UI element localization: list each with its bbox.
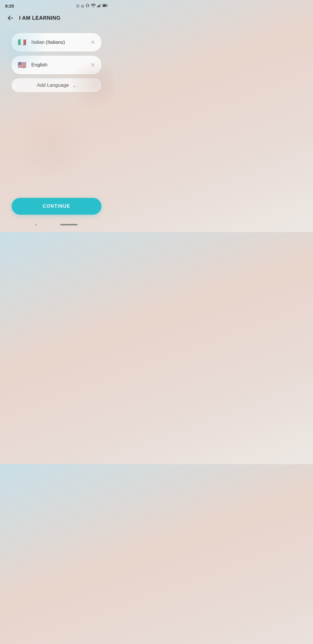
- italian-language-row[interactable]: 🇮🇹 Italian (Italiano) ✕: [12, 33, 101, 52]
- english-flag: 🇺🇸: [17, 60, 27, 70]
- status-bar: 8:25 ⊡ ◎: [0, 0, 113, 10]
- bg-orb-3: [14, 110, 87, 183]
- svg-rect-6: [100, 4, 101, 7]
- bottom-navigation: ‹: [0, 217, 113, 232]
- page-title: I AM LEARNING: [19, 15, 61, 21]
- continue-button[interactable]: CONTINUE: [12, 198, 101, 215]
- vibrate-icon: [85, 3, 90, 8]
- remove-italian-button[interactable]: ✕: [89, 39, 96, 46]
- remove-english-button[interactable]: ✕: [89, 61, 96, 68]
- svg-rect-3: [97, 6, 98, 7]
- add-language-label: Add Language: [37, 82, 69, 88]
- back-button[interactable]: [6, 13, 15, 23]
- header: I AM LEARNING: [0, 10, 113, 27]
- svg-rect-2: [89, 5, 89, 6]
- chevron-down-icon: ⌄: [72, 83, 76, 88]
- status-icons: ⊡ ◎: [76, 3, 108, 8]
- nav-back-button[interactable]: ‹: [35, 222, 37, 227]
- italian-language-name: Italian (Italiano): [31, 39, 85, 45]
- svg-rect-0: [87, 4, 88, 7]
- continue-label: CONTINUE: [43, 204, 70, 209]
- english-language-name: English: [31, 62, 85, 68]
- italian-flag: 🇮🇹: [17, 37, 27, 48]
- svg-rect-8: [103, 5, 106, 6]
- wifi-icon: [91, 4, 96, 8]
- home-pill[interactable]: [60, 224, 78, 225]
- battery-icon: [103, 4, 108, 8]
- svg-rect-1: [86, 5, 86, 6]
- english-language-row[interactable]: 🇺🇸 English ✕: [12, 56, 101, 74]
- svg-rect-4: [98, 5, 99, 7]
- add-language-button[interactable]: Add Language ⌄: [12, 78, 101, 92]
- status-time: 8:25: [5, 3, 14, 8]
- vpn-icon: ◎: [81, 4, 84, 8]
- svg-rect-5: [99, 5, 100, 7]
- signal-icon: [97, 4, 101, 8]
- screenshot-icon: ⊡: [76, 4, 79, 8]
- language-list: 🇮🇹 Italian (Italiano) ✕ 🇺🇸 English ✕ Add…: [0, 27, 113, 98]
